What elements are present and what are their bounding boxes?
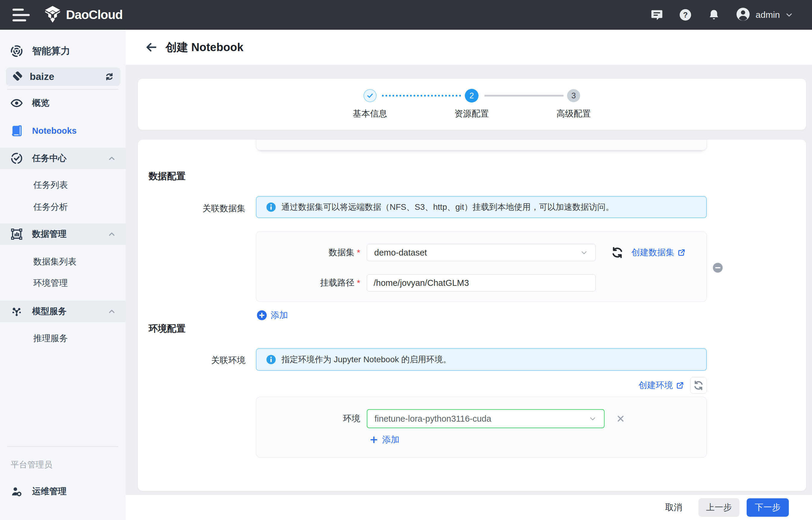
external-link-icon xyxy=(677,249,686,257)
step-1-done-check-icon xyxy=(363,89,377,102)
sidebar-section-platform-admin: 平台管理员 xyxy=(11,459,52,470)
data-management-icon xyxy=(10,228,23,241)
previous-section-partial-card xyxy=(256,140,707,150)
username: admin xyxy=(756,10,780,20)
plus-icon xyxy=(369,435,379,444)
required-marker: * xyxy=(357,278,360,288)
step-connector-solid xyxy=(484,95,563,97)
sidebar-item-label: 任务列表 xyxy=(33,179,68,191)
sidebar-item-inference-service[interactable]: 推理服务 xyxy=(0,328,126,349)
remove-dataset-icon[interactable] xyxy=(712,262,723,273)
sidebar: 智能算力 baize 概览 Notebooks 任务中心 任务列表 xyxy=(0,30,126,520)
step-3-label: 高级配置 xyxy=(544,108,603,120)
mount-path-input[interactable] xyxy=(367,274,595,291)
dataset-row-label: 关联数据集 xyxy=(138,203,246,214)
chevron-up-icon[interactable] xyxy=(107,306,117,316)
form-card: 数据配置 关联数据集 通过数据集可以将远端数据（NFS、S3、http、git）… xyxy=(138,140,806,491)
sidebar-item-label: 运维管理 xyxy=(32,486,67,497)
sidebar-item-dataset-list[interactable]: 数据集列表 xyxy=(0,251,126,272)
add-dataset-label: 添加 xyxy=(271,309,288,321)
sidebar-product[interactable]: 智能算力 xyxy=(0,42,126,61)
env-banner-text: 指定环境作为 Jupyter Notebook 的启用环境。 xyxy=(281,354,451,365)
divider xyxy=(7,446,119,447)
required-marker: * xyxy=(357,248,360,258)
env-actions-row: 创建环境 xyxy=(256,377,707,394)
sidebar-item-label: 任务分析 xyxy=(33,201,68,213)
cancel-button[interactable]: 取消 xyxy=(665,501,682,514)
topbar-actions: ? admin xyxy=(650,7,793,23)
create-dataset-link[interactable]: 创建数据集 xyxy=(631,244,686,261)
sidebar-item-task-list[interactable]: 任务列表 xyxy=(0,175,126,196)
mount-path-field-label: 挂载路径* xyxy=(256,274,360,291)
eye-icon xyxy=(10,97,23,110)
sidebar-group-label: 数据管理 xyxy=(32,228,67,240)
dataset-select[interactable]: demo-dataset xyxy=(367,244,595,261)
sidebar-group-data-management[interactable]: 数据管理 xyxy=(0,224,126,245)
task-center-icon xyxy=(10,152,23,165)
sidebar-group-model-service[interactable]: 模型服务 xyxy=(0,301,126,322)
sidebar-item-ops-management[interactable]: 运维管理 xyxy=(0,481,126,502)
chat-icon[interactable] xyxy=(650,8,663,21)
sidebar-group-label: 模型服务 xyxy=(32,306,67,317)
env-field-label: 环境 xyxy=(256,409,360,428)
avatar xyxy=(736,7,750,23)
stepper: 2 3 基本信息 资源配置 高级配置 xyxy=(138,79,806,130)
user-gear-icon xyxy=(10,485,23,498)
env-info-banner: 指定环境作为 Jupyter Notebook 的启用环境。 xyxy=(256,348,707,371)
sidebar-item-label: 推理服务 xyxy=(33,333,68,344)
external-link-icon xyxy=(676,381,684,390)
ai-compute-icon xyxy=(10,45,23,58)
step-1-label: 基本信息 xyxy=(340,108,400,120)
previous-step-button[interactable]: 上一步 xyxy=(699,498,739,517)
step-3-circle: 3 xyxy=(567,89,580,102)
dataset-field-label: 数据集* xyxy=(256,244,360,261)
data-config-title: 数据配置 xyxy=(149,170,185,182)
brand-name: DaoCloud xyxy=(66,8,123,22)
sidebar-group-label: 任务中心 xyxy=(32,152,67,164)
user-menu[interactable]: admin xyxy=(736,7,793,23)
env-card: 环境 finetune-lora-python3116-cuda 添加 xyxy=(256,397,707,458)
add-dataset-button[interactable]: 添加 xyxy=(256,310,288,321)
book-icon xyxy=(10,124,23,137)
sidebar-item-label: Notebooks xyxy=(32,126,77,136)
dataset-card: 数据集* demo-dataset 创建数据集 挂载路径* xyxy=(256,231,707,302)
env-select-value: finetune-lora-python3116-cuda xyxy=(375,414,491,424)
workspace-name: baize xyxy=(30,71,54,82)
add-env-label: 添加 xyxy=(382,434,400,446)
refresh-icon xyxy=(693,380,704,391)
sidebar-item-notebooks[interactable]: Notebooks xyxy=(0,120,126,141)
sidebar-item-label: 概览 xyxy=(32,97,49,109)
dataset-info-banner: 通过数据集可以将远端数据（NFS、S3、http、git）挂载到本地使用，可以加… xyxy=(256,196,707,218)
main-content: 2 3 基本信息 资源配置 高级配置 数据配置 关联数据集 通过数据集可以将远端… xyxy=(126,65,812,495)
menu-toggle-icon[interactable] xyxy=(12,6,33,24)
info-icon xyxy=(266,355,276,365)
chevron-down-icon xyxy=(588,415,597,423)
chevron-down-icon xyxy=(580,249,588,257)
add-env-button[interactable]: 添加 xyxy=(369,434,400,446)
clear-env-icon[interactable] xyxy=(615,413,627,425)
page-title: 创建 Notebook xyxy=(166,40,244,55)
help-icon[interactable]: ? xyxy=(679,8,692,21)
switch-workspace-icon[interactable] xyxy=(104,71,115,82)
info-icon xyxy=(266,202,276,212)
next-step-button[interactable]: 下一步 xyxy=(746,498,789,517)
sidebar-item-task-analysis[interactable]: 任务分析 xyxy=(0,197,126,218)
sidebar-item-overview[interactable]: 概览 xyxy=(0,93,126,114)
sidebar-item-env-management[interactable]: 环境管理 xyxy=(0,272,126,294)
sidebar-group-task-center[interactable]: 任务中心 xyxy=(0,148,126,169)
chevron-up-icon[interactable] xyxy=(107,229,117,239)
back-arrow-icon[interactable] xyxy=(144,40,158,54)
dataset-select-value: demo-dataset xyxy=(374,248,427,258)
sidebar-item-label: 数据集列表 xyxy=(33,256,76,268)
env-select[interactable]: finetune-lora-python3116-cuda xyxy=(367,409,605,428)
step-2-label: 资源配置 xyxy=(442,108,501,120)
workspace-selector[interactable]: baize xyxy=(6,68,120,86)
refresh-envs-button[interactable] xyxy=(690,377,707,394)
refresh-datasets-icon[interactable] xyxy=(610,246,624,259)
product-name: 智能算力 xyxy=(32,45,70,58)
page-header: 创建 Notebook xyxy=(126,30,812,65)
bell-icon[interactable] xyxy=(707,8,720,21)
chevron-up-icon[interactable] xyxy=(107,153,117,163)
sidebar-item-label: 环境管理 xyxy=(33,277,68,289)
create-env-link[interactable]: 创建环境 xyxy=(638,380,684,391)
